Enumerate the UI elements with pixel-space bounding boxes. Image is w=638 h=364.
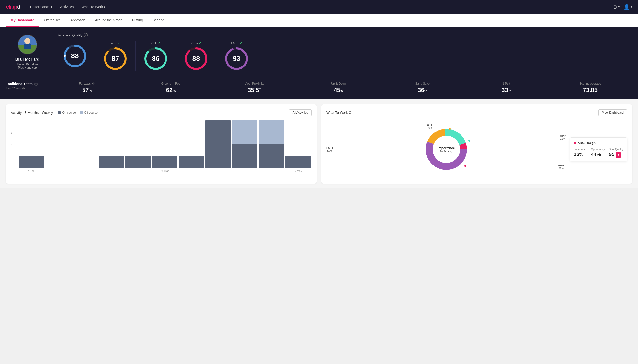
stat-scoring-average: Scoring Average 73.85: [548, 82, 632, 94]
ott-trend-icon: ↗: [118, 42, 120, 44]
donut-markers: [422, 125, 471, 174]
chevron-down-icon: ▾: [51, 5, 52, 9]
wtwo-card-header: What To Work On View Dashboard: [326, 109, 627, 116]
tab-scoring[interactable]: Scoring: [148, 14, 169, 27]
stat-scoring-value: 73.85: [548, 87, 632, 94]
stat-sandsave-value: 36%: [380, 87, 465, 94]
tab-off-the-tee[interactable]: Off the Tee: [39, 14, 66, 27]
ott-segment-dot: [449, 128, 451, 130]
wtwo-card-title: What To Work On: [326, 111, 353, 115]
user-icon: 👤: [623, 4, 630, 10]
wtwo-detail-card: ARG Rough Importance 16% Opportunity 44%…: [570, 138, 627, 161]
stat-greens-value: 62%: [129, 87, 213, 94]
legend-offcourse: Off course: [80, 111, 98, 114]
detail-shot-quality: Shot Quality 95 ▼: [609, 148, 623, 158]
svg-point-9: [104, 58, 106, 60]
bar-oncourse-0: [19, 156, 44, 168]
player-stats-row: Blair McHarg United Kingdom Plus Handica…: [6, 33, 632, 71]
chart-y-labels: 4 3 2 1 0: [11, 120, 16, 168]
shot-quality-badge: ▼: [616, 152, 621, 158]
detail-importance: Importance 16%: [574, 148, 587, 158]
nav-activities[interactable]: Activities: [60, 5, 74, 9]
putt-donut-label: PUTT 57%: [326, 146, 333, 152]
bar-group-9: [259, 120, 284, 168]
trad-stats-title: Traditional Stats ?: [6, 82, 45, 86]
arg-donut-label: ARG 21%: [558, 164, 564, 170]
stat-fairways-value: 57%: [45, 87, 129, 94]
avatar: [18, 35, 37, 54]
nav-performance[interactable]: Performance ▾: [30, 5, 52, 9]
nav-what-to-work-on[interactable]: What To Work On: [82, 5, 108, 9]
stat-1putt-value: 33%: [465, 87, 548, 94]
putt-label: PUTT ↗: [231, 41, 242, 44]
tpq-help-icon[interactable]: ?: [84, 33, 88, 37]
stat-app-proximity: App. Proximity 35'5": [213, 82, 297, 94]
x-label-5: 28 Mar: [151, 170, 178, 172]
oncourse-legend-dot: [58, 111, 61, 114]
ott-score: 87: [111, 55, 119, 62]
putt-ring-container: 93: [224, 46, 249, 71]
plus-circle-icon: ⊕: [613, 4, 617, 10]
bottom-cards: Activity - 3 Months - Weekly On course O…: [0, 100, 638, 188]
bar-group-8: [232, 120, 257, 168]
svg-point-12: [144, 58, 146, 60]
player-info: Blair McHarg United Kingdom Plus Handica…: [6, 35, 55, 70]
detail-card-title: ARG Rough: [574, 141, 623, 145]
ott-label: OTT ↗: [111, 41, 120, 44]
trad-stats-label-area: Traditional Stats ? Last 20 rounds: [6, 82, 45, 90]
bar-chart: [18, 120, 312, 168]
arg-label: ARG ↗: [191, 41, 201, 44]
trad-stats-help-icon[interactable]: ?: [34, 82, 38, 86]
score-ring-tpq: 88: [55, 44, 95, 68]
offcourse-legend-dot: [80, 111, 83, 114]
chart-wrapper: 4 3 2 1 0 7 Feb28 Mar9 May: [11, 120, 312, 174]
svg-rect-3: [24, 44, 31, 49]
ott-ring-container: 87: [103, 46, 128, 71]
app-segment-dot: [468, 140, 470, 142]
activity-card-title: Activity - 3 Months - Weekly: [11, 111, 53, 115]
score-rings-row: 88 OTT ↗ 87: [55, 41, 632, 71]
app-ring-container: 86: [143, 46, 168, 71]
player-country: United Kingdom: [17, 62, 38, 66]
arg-score: 88: [192, 55, 200, 62]
score-ring-ott: OTT ↗ 87: [95, 41, 136, 71]
svg-point-15: [185, 58, 187, 60]
bar-group-4: [125, 120, 151, 168]
bar-oncourse-5: [152, 156, 177, 168]
user-menu-button[interactable]: 👤 ▾: [623, 4, 632, 10]
app-donut-label: APP 12%: [560, 134, 566, 140]
bars-wrapper: [18, 120, 312, 168]
arg-ring-container: 88: [184, 46, 208, 71]
bar-oncourse-3: [99, 156, 124, 168]
add-button[interactable]: ⊕ ▾: [613, 4, 620, 10]
detail-opportunity: Opportunity 44%: [591, 148, 605, 158]
bar-oncourse-4: [125, 156, 151, 168]
sub-nav: My Dashboard Off the Tee Approach Around…: [0, 14, 638, 28]
tab-my-dashboard[interactable]: My Dashboard: [6, 14, 39, 27]
chevron-down-icon: ▾: [631, 5, 632, 8]
bar-oncourse-10: [285, 156, 311, 168]
donut-area: OTT 10% APP 12% ARG 21% PUTT 57% Impor: [326, 120, 566, 179]
traditional-stats-row: Traditional Stats ? Last 20 rounds Fairw…: [6, 77, 632, 94]
wtwo-body: OTT 10% APP 12% ARG 21% PUTT 57% Impor: [326, 120, 627, 179]
tab-putting[interactable]: Putting: [127, 14, 148, 27]
svg-point-2: [25, 38, 30, 44]
trad-stats-sublabel: Last 20 rounds: [6, 87, 45, 90]
stat-proximity-value: 35'5": [213, 87, 297, 94]
tab-around-the-green[interactable]: Around the Green: [90, 14, 127, 27]
bar-oncourse-6: [179, 156, 204, 168]
score-ring-putt: PUTT ↗ 93: [217, 41, 257, 71]
logo[interactable]: clippd: [6, 4, 20, 10]
what-to-work-on-card: What To Work On View Dashboard: [321, 104, 632, 184]
svg-point-18: [225, 58, 227, 60]
tab-approach[interactable]: Approach: [66, 14, 90, 27]
view-dashboard-button[interactable]: View Dashboard: [598, 109, 627, 116]
all-activities-button[interactable]: All Activities: [289, 109, 312, 116]
putt-trend-icon: ↗: [240, 42, 242, 44]
stat-up-and-down: Up & Down 45%: [297, 82, 381, 94]
player-name: Blair McHarg: [16, 57, 40, 62]
stat-greens-in-reg: Greens In Reg 62%: [129, 82, 213, 94]
legend-oncourse: On course: [58, 111, 76, 114]
x-label-0: 7 Feb: [18, 170, 44, 172]
bar-oncourse-9: [259, 144, 284, 168]
